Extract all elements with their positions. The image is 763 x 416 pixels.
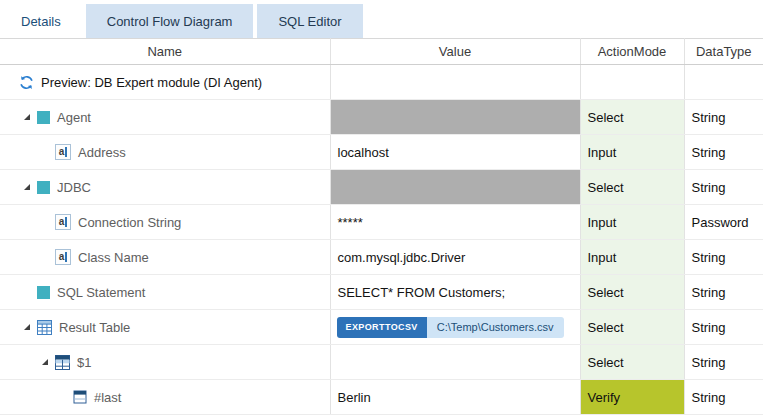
- value-cell: [330, 345, 580, 380]
- export-badge-label: EXPORTTOCSV: [337, 317, 427, 338]
- datatype-cell: Password: [684, 205, 763, 240]
- name-cell[interactable]: Preview: DB Expert module (DI Agent): [0, 65, 330, 100]
- actionmode-cell[interactable]: Select: [580, 310, 684, 345]
- actionmode-cell[interactable]: Input: [580, 135, 684, 170]
- table-row[interactable]: SQL StatementSELECT* FROM Customers;Sele…: [0, 275, 763, 310]
- table-row[interactable]: aClass Namecom.mysql.jdbc.DriverInputStr…: [0, 240, 763, 275]
- name-cell[interactable]: aAddress: [0, 135, 330, 170]
- refresh-icon[interactable]: [19, 75, 34, 90]
- value-cell: [330, 100, 580, 135]
- table-row-icon: [55, 355, 70, 370]
- expander-icon[interactable]: [24, 184, 37, 190]
- datatype-cell: String: [684, 170, 763, 205]
- module-attribute-icon: [37, 286, 50, 299]
- name-cell[interactable]: aConnection String: [0, 205, 330, 240]
- value-cell[interactable]: *****: [330, 205, 580, 240]
- module-attribute-icon: [37, 181, 50, 194]
- row-label: Agent: [57, 110, 91, 125]
- actionmode-cell[interactable]: Select: [580, 100, 684, 135]
- table-row[interactable]: aConnection String*****InputPassword: [0, 205, 763, 240]
- name-cell[interactable]: SQL Statement: [0, 275, 330, 310]
- string-value-icon: a: [55, 214, 71, 230]
- value-text: SELECT* FROM Customers;: [331, 285, 506, 300]
- datatype-cell: String: [684, 310, 763, 345]
- actionmode-cell[interactable]: Verify: [580, 380, 684, 415]
- actionmode-cell[interactable]: Select: [580, 275, 684, 310]
- export-to-csv-badge[interactable]: EXPORTTOCSVC:\Temp\Customers.csv: [337, 317, 564, 338]
- row-label: Connection String: [78, 215, 181, 230]
- tab-details[interactable]: Details: [0, 4, 82, 38]
- value-cell[interactable]: SELECT* FROM Customers;: [330, 275, 580, 310]
- column-header-name[interactable]: Name: [0, 39, 330, 65]
- grid-header: Name Value ActionMode DataType: [0, 39, 763, 65]
- tab-control-flow-diagram[interactable]: Control Flow Diagram: [86, 4, 254, 38]
- table-icon: [37, 320, 52, 335]
- datatype-cell: String: [684, 345, 763, 380]
- table-row[interactable]: #lastBerlinVerifyString: [0, 380, 763, 415]
- datatype-cell: String: [684, 100, 763, 135]
- name-cell[interactable]: Agent: [0, 100, 330, 135]
- value-text: localhost: [331, 145, 389, 160]
- row-label: Address: [78, 145, 126, 160]
- table-row[interactable]: Result TableEXPORTTOCSVC:\Temp\Customers…: [0, 310, 763, 345]
- value-cell[interactable]: EXPORTTOCSVC:\Temp\Customers.csv: [330, 310, 580, 345]
- actionmode-cell: [580, 65, 684, 100]
- export-path: C:\Temp\Customers.csv: [427, 317, 564, 338]
- grid-body: Preview: DB Expert module (DI Agent)Agen…: [0, 65, 763, 415]
- datatype-cell: String: [684, 275, 763, 310]
- string-value-icon: a: [55, 249, 71, 265]
- value-text: [331, 75, 338, 90]
- name-cell[interactable]: Result Table: [0, 310, 330, 345]
- row-label: SQL Statement: [57, 285, 145, 300]
- row-label: JDBC: [57, 180, 91, 195]
- datatype-cell: [684, 65, 763, 100]
- value-cell[interactable]: Berlin: [330, 380, 580, 415]
- expander-icon[interactable]: [24, 324, 37, 330]
- table-cell-icon: [73, 390, 87, 404]
- datatype-cell: String: [684, 240, 763, 275]
- row-label: $1: [77, 355, 91, 370]
- datatype-cell: String: [684, 380, 763, 415]
- actionmode-cell[interactable]: Input: [580, 205, 684, 240]
- value-cell: [330, 170, 580, 205]
- value-cell[interactable]: localhost: [330, 135, 580, 170]
- value-text: [331, 355, 338, 370]
- tab-bar: DetailsControl Flow DiagramSQL Editor: [0, 0, 763, 38]
- table-row[interactable]: AgentSelectString: [0, 100, 763, 135]
- module-attribute-grid: Name Value ActionMode DataType Preview: …: [0, 38, 763, 415]
- row-label: Result Table: [59, 320, 130, 335]
- row-label: Preview: DB Expert module (DI Agent): [41, 75, 262, 90]
- value-text: Berlin: [331, 390, 371, 405]
- name-cell[interactable]: JDBC: [0, 170, 330, 205]
- value-cell[interactable]: com.mysql.jdbc.Driver: [330, 240, 580, 275]
- table-row[interactable]: $1SelectString: [0, 345, 763, 380]
- expander-icon[interactable]: [42, 359, 55, 365]
- column-header-actionmode[interactable]: ActionMode: [580, 39, 684, 65]
- datatype-cell: String: [684, 135, 763, 170]
- tab-sql-editor[interactable]: SQL Editor: [257, 4, 362, 38]
- string-value-icon: a: [55, 144, 71, 160]
- row-label: #last: [94, 390, 121, 405]
- value-text: *****: [331, 215, 363, 230]
- name-cell[interactable]: aClass Name: [0, 240, 330, 275]
- name-cell[interactable]: $1: [0, 345, 330, 380]
- column-header-datatype[interactable]: DataType: [684, 39, 763, 65]
- value-cell: [330, 65, 580, 100]
- table-row[interactable]: JDBCSelectString: [0, 170, 763, 205]
- value-text: com.mysql.jdbc.Driver: [331, 250, 466, 265]
- table-row[interactable]: Preview: DB Expert module (DI Agent): [0, 65, 763, 100]
- row-label: Class Name: [78, 250, 149, 265]
- module-attribute-icon: [37, 111, 50, 124]
- expander-icon[interactable]: [24, 114, 37, 120]
- name-cell[interactable]: #last: [0, 380, 330, 415]
- column-header-value[interactable]: Value: [330, 39, 580, 65]
- actionmode-cell[interactable]: Select: [580, 345, 684, 380]
- actionmode-cell[interactable]: Input: [580, 240, 684, 275]
- actionmode-cell[interactable]: Select: [580, 170, 684, 205]
- table-row[interactable]: aAddresslocalhostInputString: [0, 135, 763, 170]
